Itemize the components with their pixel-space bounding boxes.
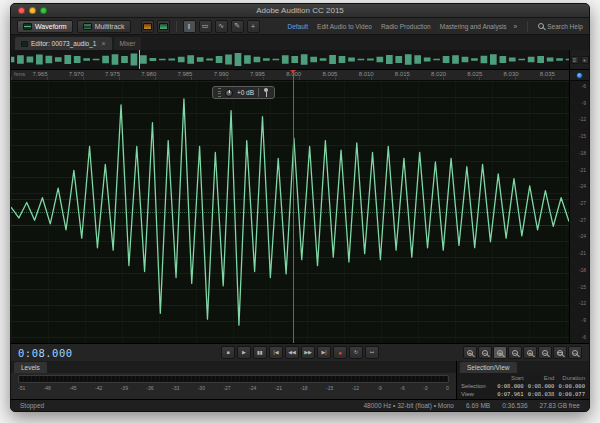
hud-drag-handle[interactable]	[218, 88, 221, 97]
selection-view-tab[interactable]: Selection/View	[460, 362, 517, 373]
levels-scale-label: -36	[146, 385, 153, 391]
stop-button[interactable]: ■	[221, 346, 235, 359]
levels-scale-label: -3	[423, 385, 427, 391]
editor-panel: ≡ + hms 7.9657.9707.9757.9807.9857.9907.…	[11, 50, 589, 411]
show-spectral-frequency-button[interactable]	[141, 20, 154, 33]
levels-scale: -51-48-45-42-39-36-33-30-27-24-21-18-15-…	[18, 385, 449, 391]
lasso-selection-tool-button[interactable]: ∿	[215, 20, 228, 33]
ruler-row: hms 7.9657.9707.9757.9807.9857.9907.9958…	[11, 70, 589, 81]
rewind-button[interactable]: ◀◀	[285, 346, 299, 359]
view-start-value[interactable]: 0:07.961	[496, 391, 526, 397]
loop-playback-button[interactable]: ↻	[349, 346, 363, 359]
levels-scale-label: -39	[121, 385, 128, 391]
skip-to-end-button[interactable]: ▶|	[317, 346, 331, 359]
zoom-out-time-button[interactable]: −	[508, 346, 522, 359]
zoom-in-amplitude-button[interactable]: +	[523, 346, 537, 359]
workspace-item[interactable]: Default	[287, 23, 308, 30]
playhead[interactable]	[293, 70, 294, 343]
minimize-window-button[interactable]	[29, 7, 36, 14]
multitrack-icon	[83, 23, 92, 30]
selection-view-table: Start End Duration Selection 0:08.000 0:…	[457, 373, 589, 399]
zoom-in-button[interactable]: +	[463, 346, 477, 359]
zoom-out-amplitude-button[interactable]: −	[538, 346, 552, 359]
workspace-item[interactable]: Mastering and Analysis	[440, 23, 507, 30]
editor-tab-label: Editor: 00073_audio_1	[31, 40, 96, 47]
levels-tab[interactable]: Levels	[14, 362, 47, 373]
pause-button[interactable]: ▮▮	[253, 346, 267, 359]
healing-brush-tool-button[interactable]: +	[247, 20, 260, 33]
ruler-time-label: 8.020	[431, 71, 446, 77]
levels-body: -51-48-45-42-39-36-33-30-27-24-21-18-15-…	[11, 373, 456, 399]
zoom-in-time-button[interactable]: +	[493, 346, 507, 359]
multitrack-view-button[interactable]: Multitrack	[77, 20, 131, 33]
sv-col-start: Start	[496, 375, 526, 381]
zoom-full-button[interactable]: ↔	[568, 346, 582, 359]
levels-panel: Levels -51-48-45-42-39-36-33-30-27-24-21…	[11, 361, 456, 399]
magnifier-icon: −	[482, 350, 488, 356]
waveform-trace	[11, 81, 569, 343]
audio-file-icon	[21, 41, 28, 47]
view-end-value[interactable]: 0:08.038	[527, 391, 557, 397]
record-button[interactable]: ●	[333, 346, 347, 359]
transport-row: 0:08.000 ■▶▮▮|◀◀◀▶▶▶|●↻↦ +−+−+−▭↔	[11, 343, 589, 361]
ruler-time-label: 7.990	[214, 71, 229, 77]
brush-icon: ✎	[234, 22, 240, 30]
waveform-view-button[interactable]: Waveform	[17, 20, 73, 33]
editor-tab[interactable]: Editor: 00073_audio_1 ×	[15, 37, 112, 50]
fast-forward-button[interactable]: ▶▶	[301, 346, 315, 359]
playback-status: Stopped	[20, 402, 44, 409]
levels-scale-label: 0	[446, 385, 449, 391]
workspace-list: DefaultEdit Audio to VideoRadio Producti…	[287, 23, 506, 30]
ruler-time-label: 8.015	[395, 71, 410, 77]
db-scale-label: -15	[579, 134, 586, 139]
time-selection-tool-button[interactable]: I	[183, 20, 196, 33]
mixer-tab[interactable]: Mixer	[114, 37, 142, 50]
view-duration-value[interactable]: 0:00.077	[557, 391, 587, 397]
ruler-time-label: 8.035	[540, 71, 555, 77]
disk-free: 27.83 GB free	[540, 402, 580, 409]
skip-to-start-button[interactable]: |◀	[269, 346, 283, 359]
waveform-icon	[23, 23, 32, 30]
play-button[interactable]: ▶	[237, 346, 251, 359]
marquee-selection-tool-button[interactable]: ▭	[199, 20, 212, 33]
tool-group: I ▭ ∿ ✎ +	[141, 20, 260, 33]
level-meter[interactable]	[18, 375, 449, 383]
hud-panel: +0 dB	[212, 86, 275, 99]
selection-end-value[interactable]: 0:08.000	[527, 383, 557, 389]
ruler-time-label: 7.985	[177, 71, 192, 77]
workspace-item[interactable]: Radio Production	[381, 23, 431, 30]
search-help[interactable]: Search Help	[538, 23, 583, 30]
close-window-button[interactable]	[18, 7, 25, 14]
overview-playhead[interactable]	[139, 50, 140, 69]
workspace-overflow-button[interactable]: »	[514, 23, 518, 30]
zoom-window-button[interactable]	[40, 7, 47, 14]
overview-settings-button[interactable]: ≡	[571, 56, 579, 64]
waveform-display[interactable]: +0 dB	[11, 81, 569, 343]
transport-controls: ■▶▮▮|◀◀◀▶▶▶|●↻↦	[221, 346, 379, 359]
ruler-time-label: 7.970	[69, 71, 84, 77]
workspace-item[interactable]: Edit Audio to Video	[317, 23, 372, 30]
show-spectral-pitch-button[interactable]	[157, 20, 170, 33]
paintbrush-tool-button[interactable]: ✎	[231, 20, 244, 33]
levels-panel-header: Levels	[11, 361, 456, 373]
ruler-time-label: 8.005	[322, 71, 337, 77]
desktop: Adobe Audition CC 2015 Waveform Multitra…	[0, 0, 600, 423]
db-scale-label: -12	[579, 117, 586, 122]
db-scale[interactable]: -6-9-12-15-18-21-24-27-27-24-21-18-15-12…	[569, 81, 589, 343]
selection-duration-value[interactable]: 0:00.000	[557, 383, 587, 389]
pin-icon[interactable]	[263, 88, 269, 97]
time-display[interactable]: 0:08.000	[18, 347, 73, 359]
workspace-bar: DefaultEdit Audio to VideoRadio Producti…	[287, 21, 583, 32]
skip-selection-button[interactable]: ↦	[365, 346, 379, 359]
selection-start-value[interactable]: 0:08.000	[496, 383, 526, 389]
overview-navigator[interactable]	[11, 50, 569, 69]
zoom-to-selection-button[interactable]: ▭	[553, 346, 567, 359]
levels-scale-label: -9	[377, 385, 381, 391]
zoom-out-button[interactable]: −	[478, 346, 492, 359]
levels-scale-label: -12	[352, 385, 359, 391]
search-icon	[538, 23, 544, 29]
vertical-scale-button[interactable]	[576, 72, 583, 79]
overview-options-button[interactable]: +	[581, 56, 589, 64]
gain-knob[interactable]	[225, 89, 233, 97]
close-tab-icon[interactable]: ×	[101, 40, 105, 47]
